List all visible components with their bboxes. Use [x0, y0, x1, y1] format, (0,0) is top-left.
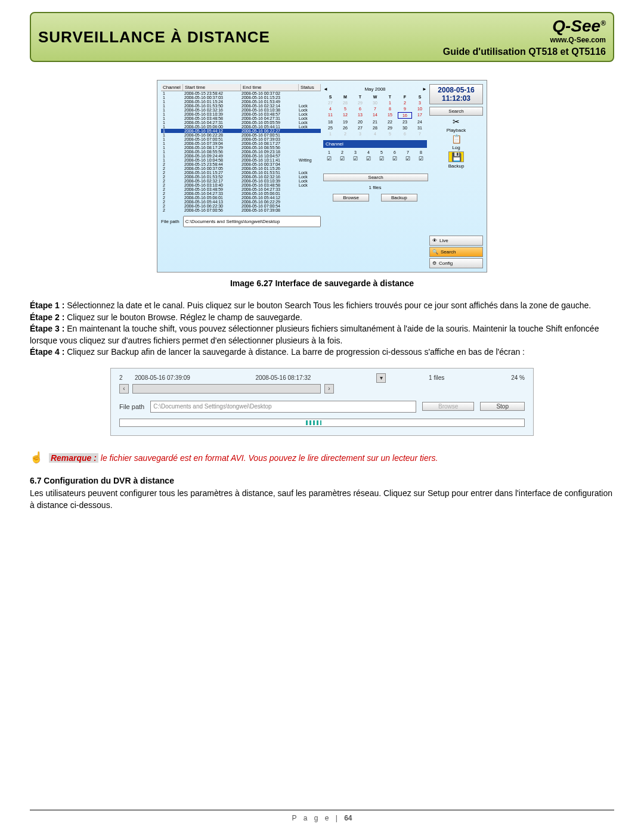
ss2-start: 2008-05-16 07:39:09: [135, 374, 252, 381]
backup-button[interactable]: Backup: [381, 194, 417, 202]
channel-checkbox[interactable]: [389, 156, 401, 162]
ss2-percent: 24 %: [511, 374, 525, 381]
file-row[interactable]: 22008-05-15 23:58:442008-05-16 00:37:04: [161, 162, 321, 166]
file-row[interactable]: 22008-05-16 07:00:562008-05-16 07:39:08: [161, 208, 321, 212]
cal-next-icon[interactable]: ►: [422, 86, 427, 92]
file-row[interactable]: 12008-05-16 07:00:512008-05-16 07:39:03: [161, 137, 321, 141]
file-row[interactable]: 12008-05-16 08:55:562008-05-16 09:23:18: [161, 150, 321, 154]
file-row[interactable]: 12008-05-16 03:48:582008-05-16 04:27:31L…: [161, 116, 321, 120]
channel-checkbox[interactable]: [415, 156, 427, 162]
datetime-display: 2008-05-16 11:12:03: [429, 84, 483, 104]
filepath-label: File path: [161, 219, 179, 224]
scroll-left-icon[interactable]: ‹: [119, 384, 129, 394]
ss2-end: 2008-05-16 08:17:32: [256, 374, 373, 381]
file-row[interactable]: 22008-05-16 03:48:592008-05-16 04:27:33: [161, 187, 321, 191]
file-row[interactable]: 22008-05-16 01:53:522008-05-16 02:32:16L…: [161, 175, 321, 179]
file-row[interactable]: 22008-05-16 01:15:272008-05-16 01:53:51L…: [161, 171, 321, 175]
note-line: ☝ Remarque : le fichier sauvegardé est e…: [30, 451, 614, 464]
channel-checkbox[interactable]: [323, 156, 335, 162]
file-row[interactable]: 12008-05-16 05:44:122008-05-16 06:22:27: [161, 129, 321, 133]
browse-button[interactable]: Browse: [333, 194, 369, 202]
channel-checkbox[interactable]: [336, 156, 348, 162]
file-row[interactable]: 22008-05-16 00:37:052008-05-16 01:15:26: [161, 166, 321, 171]
table-header: Channel Start time End time Status: [161, 84, 321, 91]
ss2-browse-button[interactable]: Browse: [422, 402, 474, 411]
section-6-7-heading: 6.7 Configuration du DVR à distance: [30, 476, 614, 485]
progress-screenshot: 2 2008-05-16 07:39:09 2008-05-16 08:17:3…: [110, 368, 534, 436]
cal-month-label: May 2008: [364, 86, 385, 92]
mode-config[interactable]: ⚙Config: [429, 258, 483, 268]
file-row[interactable]: 22008-05-16 06:22:302008-05-16 07:00:54: [161, 204, 321, 208]
file-row[interactable]: 12008-05-16 09:24:492008-05-16 10:04:57: [161, 154, 321, 158]
scroll-down-icon[interactable]: ▾: [376, 373, 386, 383]
header-right: Q-See® www.Q-See.com Guide d'utilisation…: [443, 17, 606, 57]
instructions-text: Étape 1 : Sélectionnez la date et le can…: [30, 300, 614, 358]
file-row[interactable]: 12008-05-16 07:39:042008-05-16 08:17:27: [161, 141, 321, 145]
log-label: Log: [429, 145, 483, 150]
page-title: SURVEILLANCE À DISTANCE: [38, 28, 270, 47]
gear-icon: ⚙: [432, 261, 436, 266]
eye-icon: 👁: [432, 238, 437, 243]
file-row[interactable]: 12008-05-16 00:37:032008-05-16 01:15:23: [161, 95, 321, 100]
qsee-logo: Q-See®: [552, 17, 606, 36]
channel-header: Channel: [323, 140, 427, 148]
calendar-grid[interactable]: SMTWTFS272829301234567891011121314151617…: [323, 94, 427, 137]
backup-label: Backup: [429, 163, 483, 169]
backup-interface-screenshot: Channel Start time End time Status 12008…: [157, 80, 487, 272]
progress-bar: [119, 419, 525, 427]
section-6-7-text: Les utilisateurs peuvent configurer tous…: [30, 488, 614, 511]
header-bar: SURVEILLANCE À DISTANCE Q-See® www.Q-See…: [30, 12, 614, 62]
channel-checkbox[interactable]: [376, 156, 388, 162]
scroll-right-icon[interactable]: ›: [324, 384, 334, 394]
side-search-button[interactable]: Search: [429, 107, 483, 116]
file-row[interactable]: 22008-05-16 03:10:402008-05-16 03:48:58L…: [161, 183, 321, 187]
guide-subtitle: Guide d'utilisation QT518 et QT5116: [443, 47, 606, 57]
file-row[interactable]: 12008-05-16 02:32:162008-05-16 03:10:38L…: [161, 108, 321, 112]
file-row[interactable]: 12008-05-16 03:10:392008-05-16 03:48:57L…: [161, 112, 321, 116]
mode-search[interactable]: 🔍Search: [429, 247, 483, 257]
note-label: Remarque :: [49, 453, 98, 463]
file-count: 1 files: [323, 185, 427, 190]
channel-grid[interactable]: 12345678: [323, 150, 427, 162]
file-row[interactable]: 22008-05-16 02:32:172008-05-16 03:10:39L…: [161, 179, 321, 183]
cal-prev-icon[interactable]: ◄: [323, 86, 328, 92]
qsee-url: www.Q-See.com: [550, 36, 606, 44]
file-row[interactable]: 12008-05-16 06:22:282008-05-16 07:00:51: [161, 133, 321, 137]
log-icon[interactable]: 📋: [429, 134, 483, 144]
ss2-channel: 2: [119, 374, 131, 381]
filepath-input[interactable]: [183, 216, 321, 227]
search-button[interactable]: Search: [323, 174, 428, 181]
ss2-filepath-input[interactable]: [150, 401, 416, 413]
playback-icon[interactable]: ✂: [429, 117, 483, 126]
file-row[interactable]: 12008-05-16 01:53:502008-05-16 02:32:14L…: [161, 104, 321, 108]
file-row[interactable]: 22008-05-16 05:06:012008-05-16 05:44:12: [161, 196, 321, 200]
file-row[interactable]: 22008-05-16 04:27:332008-05-16 05:06:01: [161, 191, 321, 196]
page-footer: P a g e | 64: [30, 810, 614, 822]
file-row[interactable]: 12008-05-16 05:06:002008-05-16 05:44:11L…: [161, 125, 321, 129]
file-row[interactable]: 22008-05-16 05:44:132008-05-16 06:22:29: [161, 200, 321, 204]
ss2-files: 1 files: [429, 374, 444, 381]
playback-label: Playback: [429, 128, 483, 133]
file-row[interactable]: 12008-05-16 08:17:292008-05-16 08:55:56: [161, 145, 321, 150]
channel-checkbox[interactable]: [349, 156, 361, 162]
file-row[interactable]: 12008-05-16 10:04:582008-05-16 10:11:41W…: [161, 158, 321, 162]
image-caption-1: Image 6.27 Interface de sauvegarde à dis…: [30, 278, 614, 288]
file-row[interactable]: 12008-05-16 01:15:242008-05-16 01:53:49: [161, 100, 321, 104]
channel-checkbox[interactable]: [402, 156, 414, 162]
hand-icon: ☝: [30, 451, 43, 463]
ss2-filepath-label: File path: [119, 403, 144, 410]
channel-checkbox[interactable]: [363, 156, 374, 162]
search-icon: 🔍: [432, 249, 438, 255]
ss2-stop-button[interactable]: Stop: [480, 402, 525, 411]
file-row[interactable]: 12008-05-15 23:58:422008-05-16 00:37:02: [161, 91, 321, 95]
note-text: le fichier sauvegardé est en format AVI.…: [101, 453, 438, 463]
backup-icon[interactable]: 💾: [448, 151, 464, 162]
file-row[interactable]: 12008-05-16 04:27:312008-05-16 05:05:59L…: [161, 120, 321, 125]
mode-live[interactable]: 👁Live: [429, 236, 483, 246]
file-list[interactable]: 12008-05-15 23:58:422008-05-16 00:37:021…: [161, 91, 321, 212]
